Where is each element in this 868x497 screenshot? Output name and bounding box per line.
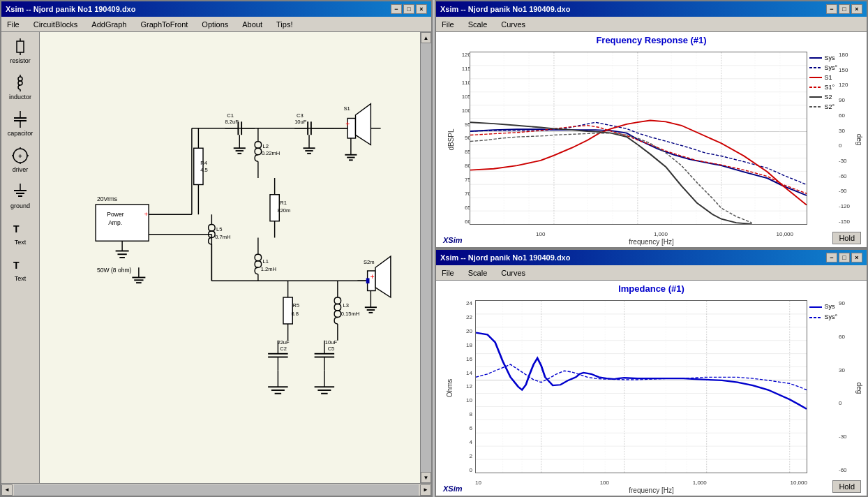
sidebar-item-inductor[interactable]: inductor <box>3 71 38 102</box>
freq-menu-file[interactable]: File <box>439 20 457 29</box>
scroll-track-h[interactable] <box>14 484 419 496</box>
schematic-minimize-btn[interactable]: − <box>391 4 402 14</box>
imp-close-btn[interactable]: × <box>851 253 862 262</box>
freq-legend: Sys Sys° S1 S1° S2 <box>809 53 837 112</box>
imp-x-label: frequency [Hz] <box>436 487 867 494</box>
svg-text:+: + <box>18 153 22 160</box>
freq-close-btn[interactable]: × <box>851 4 862 14</box>
freq-x-tick-1k: 1,000 <box>654 231 668 237</box>
svg-text:8.2uF: 8.2uF <box>225 119 239 125</box>
menu-about[interactable]: About <box>239 20 265 29</box>
inductor-label: inductor <box>9 94 31 101</box>
imp-menu-file[interactable]: File <box>439 268 457 278</box>
freq-menu-scale[interactable]: Scale <box>465 20 491 29</box>
svg-text:0.22mH: 0.22mH <box>262 150 280 156</box>
sidebar-item-text1[interactable]: T Text <box>3 216 38 247</box>
imp-menu-curves[interactable]: Curves <box>498 268 528 278</box>
svg-text:+: + <box>345 120 350 128</box>
svg-text:T: T <box>13 223 20 235</box>
svg-text:20Vrms: 20Vrms <box>97 195 117 202</box>
svg-text:+: + <box>370 273 374 281</box>
imp-minimize-btn[interactable]: − <box>826 253 837 262</box>
scroll-right-btn[interactable]: ► <box>420 484 431 496</box>
svg-text:S2m: S2m <box>364 259 375 265</box>
scroll-up-btn[interactable]: ▲ <box>421 32 431 43</box>
scroll-down-btn[interactable]: ▼ <box>421 472 431 483</box>
ground-icon <box>10 181 31 202</box>
imp-x-ticks: 10 100 1,000 10,000 <box>475 480 807 486</box>
freq-menu-curves[interactable]: Curves <box>498 20 528 29</box>
svg-text:L5: L5 <box>216 226 222 232</box>
freq-x-tick-10k: 10,000 <box>777 231 793 237</box>
imp-plot-inner <box>475 300 807 473</box>
sidebar-item-capacitor[interactable]: capacitor <box>3 107 38 138</box>
menu-graphtofront[interactable]: GraphToFront <box>137 20 190 29</box>
schematic-menubar: File CircuitBlocks AddGraph GraphToFront… <box>1 17 431 32</box>
svg-text:L1: L1 <box>263 258 269 265</box>
schematic-title: Xsim -- Njord panik No1 190409.dxo <box>6 5 135 13</box>
svg-text:Power: Power <box>107 211 124 218</box>
schematic-scrollbar-area: ◄ ► <box>1 483 431 496</box>
menu-tips[interactable]: Tips! <box>274 20 295 29</box>
sidebar-item-text2[interactable]: T Text <box>3 253 38 283</box>
svg-text:Amp.: Amp. <box>108 219 122 226</box>
schematic-window-controls: − □ × <box>391 4 427 14</box>
svg-rect-1 <box>17 41 24 52</box>
svg-text:1.2mH: 1.2mH <box>261 266 276 272</box>
resistor-label: resistor <box>10 57 31 64</box>
imp-menu-scale[interactable]: Scale <box>465 268 491 278</box>
imp-y-right-label: deg <box>855 383 863 394</box>
sidebar-item-driver[interactable]: + driver <box>3 144 38 175</box>
sidebar-item-resistor[interactable]: resistor <box>3 35 38 66</box>
freq-maximize-btn[interactable]: □ <box>839 4 850 14</box>
imp-maximize-btn[interactable]: □ <box>839 253 850 262</box>
svg-text:S1: S1 <box>343 105 350 112</box>
imp-plot-svg <box>476 301 807 473</box>
freq-hold-btn[interactable]: Hold <box>832 232 861 244</box>
graphs-panel: Xsim -- Njord panik No1 190409.dxo − □ ×… <box>435 0 868 497</box>
scroll-left-btn[interactable]: ◄ <box>1 484 13 496</box>
schematic-scrollbar-v: ▲ ▼ <box>420 32 431 483</box>
svg-text:C3: C3 <box>297 112 304 119</box>
svg-text:820m: 820m <box>277 207 290 214</box>
imp-titlebar: Xsim -- Njord panik No1 190409.dxo − □ × <box>436 250 867 265</box>
imp-y-ticks: 24 22 20 18 16 14 12 10 8 6 4 2 0 <box>458 300 472 473</box>
svg-text:6.8: 6.8 <box>291 311 299 317</box>
freq-y-label: dBSPL <box>447 128 455 150</box>
svg-text:0.7mH: 0.7mH <box>215 234 230 240</box>
legend-s1-deg: S1° <box>809 82 837 92</box>
imp-hold-btn[interactable]: Hold <box>832 480 861 493</box>
freq-plot-inner <box>470 52 807 225</box>
freq-x-label: frequency [Hz] <box>436 238 867 246</box>
freq-graph-title: Frequency Response (#1) <box>436 32 867 47</box>
inductor-icon <box>10 73 31 94</box>
schematic-canvas[interactable]: Power Amp. + 20Vrms 50W (8 ohm) <box>40 32 420 483</box>
menu-circuitblocks[interactable]: CircuitBlocks <box>31 20 81 29</box>
svg-rect-123 <box>366 278 370 283</box>
imp-legend-sys-deg: Sys° <box>809 312 837 322</box>
schematic-body: resistor inductor <box>1 32 431 483</box>
menu-file[interactable]: File <box>4 20 22 29</box>
freq-plot-svg <box>470 52 807 224</box>
legend-sys-deg: Sys° <box>809 63 837 73</box>
imp-legend: Sys Sys° <box>809 302 837 322</box>
sidebar-item-ground[interactable]: ground <box>3 180 38 211</box>
freq-title: Xsim -- Njord panik No1 190409.dxo <box>440 5 570 13</box>
freq-minimize-btn[interactable]: − <box>826 4 837 14</box>
schematic-close-btn[interactable]: × <box>416 4 427 14</box>
menu-addgraph[interactable]: AddGraph <box>89 20 129 29</box>
svg-text:R1: R1 <box>280 200 287 206</box>
menu-options[interactable]: Options <box>199 20 231 29</box>
freq-graph-area: Frequency Response (#1) dBSPL 120 115 11… <box>436 32 867 247</box>
scroll-track-v[interactable] <box>421 43 431 472</box>
schematic-maximize-btn[interactable]: □ <box>403 4 414 14</box>
legend-s2-deg: S2° <box>809 102 837 112</box>
svg-text:C5: C5 <box>328 346 335 352</box>
legend-s2: S2 <box>809 92 837 102</box>
freq-x-ticks: 100 1,000 10,000 <box>470 231 807 237</box>
freq-response-window: Xsim -- Njord panik No1 190409.dxo − □ ×… <box>435 0 868 248</box>
svg-text:0.15mH: 0.15mH <box>341 311 360 317</box>
capacitor-label: capacitor <box>8 130 33 137</box>
legend-sys: Sys <box>809 53 837 63</box>
text2-label: Text <box>15 275 27 282</box>
